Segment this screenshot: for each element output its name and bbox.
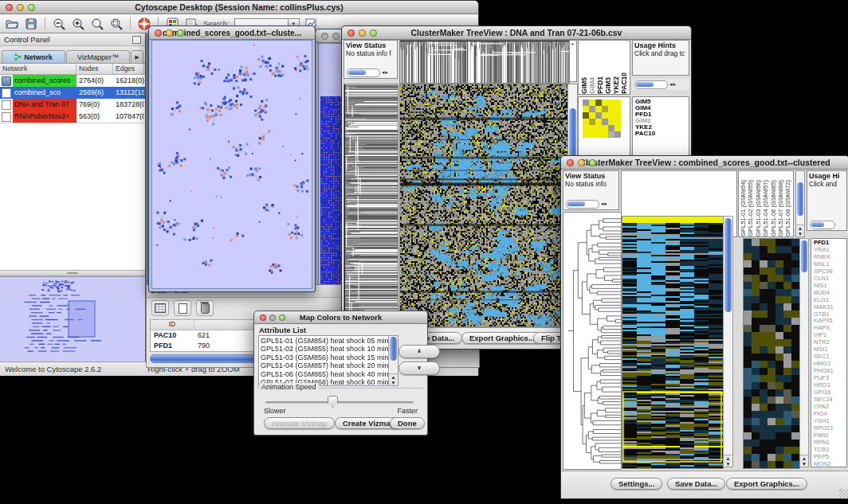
tv2-settings-button[interactable]: Settings... <box>610 478 662 490</box>
matrix-cell[interactable] <box>602 112 608 119</box>
matrix-cell[interactable] <box>614 112 621 119</box>
matrix-cell[interactable] <box>583 100 589 106</box>
birds-eye-view[interactable] <box>0 276 145 361</box>
scroll-up-icon[interactable]: ▲ <box>391 374 395 380</box>
attribute-list-item[interactable]: GPL51-03 (GSM856) heat shock 15 min <box>261 354 396 361</box>
matrix-cell[interactable] <box>608 106 614 112</box>
scroll-down-icon[interactable]: ▼ <box>798 231 803 236</box>
matrix-cell[interactable] <box>583 106 589 112</box>
col-network[interactable]: Network <box>0 64 77 74</box>
move-up-button[interactable]: ∧ <box>398 345 440 358</box>
scroll-up-icon[interactable]: ▲ <box>798 225 803 231</box>
tab-vizmapper[interactable]: VizMapper™ <box>66 50 130 63</box>
birds-eye-canvas[interactable] <box>0 277 143 361</box>
tv2-column-labels[interactable]: GPL51-01 (GSM854)GPL51-02 (GSM855)GPL51-… <box>738 170 794 237</box>
zoom-window-icon[interactable] <box>279 315 285 321</box>
matrix-cell[interactable] <box>602 106 608 112</box>
matrix-cell[interactable] <box>589 106 595 112</box>
matrix-cell[interactable] <box>595 106 602 112</box>
treeview2-titlebar[interactable]: ClusterMaker TreeView : combined_scores_… <box>561 156 848 170</box>
matrix-cell[interactable] <box>608 100 614 106</box>
matrix-cell[interactable] <box>589 131 595 138</box>
close-icon[interactable] <box>155 29 162 37</box>
tv1-splitter-strip[interactable]: ▸ <box>569 40 577 82</box>
matrix-cell[interactable] <box>583 125 589 131</box>
matrix-cell[interactable] <box>595 112 602 119</box>
save-session-icon[interactable] <box>24 17 38 30</box>
network1-titlebar[interactable]: combined_scores_good.txt--cluste... <box>149 26 315 40</box>
minimize-icon[interactable] <box>359 29 366 37</box>
zoom-window-icon[interactable] <box>177 29 184 37</box>
scroll-down-icon[interactable]: ▼ <box>391 380 395 385</box>
close-icon[interactable] <box>6 4 13 11</box>
minimize-icon[interactable] <box>578 159 585 166</box>
zoom-window-icon[interactable] <box>28 4 35 11</box>
matrix-cell[interactable] <box>589 125 595 131</box>
matrix-cell[interactable] <box>608 125 614 131</box>
matrix-cell[interactable] <box>614 100 621 106</box>
tab-network[interactable]: Network <box>2 50 65 63</box>
col-id[interactable]: ID <box>151 320 194 330</box>
tv1-heatmap[interactable] <box>399 84 568 327</box>
matrix-cell[interactable] <box>614 106 621 112</box>
animate-vizmap-button[interactable]: Animate Vizmap <box>264 417 335 429</box>
float-panel-icon[interactable] <box>132 36 141 44</box>
resize-grip[interactable] <box>839 489 848 498</box>
new-attribute-icon[interactable] <box>174 300 191 316</box>
matrix-cell[interactable] <box>614 119 621 125</box>
minimize-icon[interactable] <box>166 29 173 37</box>
zoom-out-icon[interactable] <box>52 17 66 30</box>
delete-attribute-icon[interactable] <box>196 300 214 316</box>
attribute-list-item[interactable]: GPL51-04 (GSM857) heat shock 20 min <box>261 361 396 369</box>
scroll-right-icon[interactable]: ▸ <box>673 81 677 87</box>
scroll-up-icon[interactable]: ▲ <box>725 455 730 461</box>
zoom-window-icon[interactable] <box>589 159 596 166</box>
panel-splitter[interactable] <box>0 270 145 276</box>
speed-slider-thumb[interactable] <box>328 396 338 408</box>
network-table-row[interactable]: DNA and Tran 07 769(0) 183728(0) <box>0 99 145 111</box>
close-icon[interactable] <box>567 159 574 166</box>
scroll-down-icon[interactable]: ▼ <box>725 461 730 467</box>
tv2-usage-scrollbar[interactable] <box>810 221 835 229</box>
matrix-cell[interactable] <box>595 100 602 106</box>
network-table-row[interactable]: combined_sco 2569(6) 13112(15) <box>0 87 145 99</box>
zoom-selected-icon[interactable] <box>90 17 104 30</box>
dialog-titlebar[interactable]: Map Colors to Network <box>254 311 427 324</box>
speed-slider-track[interactable] <box>265 401 414 404</box>
tv2-status-scrollbar[interactable]: ◂▸ <box>566 200 608 208</box>
col-edges[interactable]: Edges <box>113 64 144 74</box>
main-titlebar[interactable]: Cytoscape Desktop (Session Name: collins… <box>0 1 478 14</box>
tv1-zoom-matrix[interactable] <box>583 100 621 138</box>
matrix-cell[interactable] <box>614 131 621 138</box>
network-table-row[interactable]: combined_scores 2764(0) 16218(0) <box>0 75 145 87</box>
matrix-cell[interactable] <box>602 100 608 106</box>
tv2-save-data-button[interactable]: Save Data... <box>667 478 725 490</box>
matrix-cell[interactable] <box>595 131 602 138</box>
network-canvas[interactable] <box>152 41 312 288</box>
tv1-status-scrollbar[interactable]: ◂▸ <box>347 68 389 76</box>
matrix-cell[interactable] <box>589 119 595 125</box>
network1-canvas-area[interactable] <box>151 40 312 289</box>
scroll-right-icon[interactable]: ▸ <box>605 201 609 206</box>
zoom-in-icon[interactable] <box>71 17 85 30</box>
matrix-cell[interactable] <box>602 119 608 125</box>
tv2-global-heatmap[interactable] <box>622 216 724 469</box>
matrix-cell[interactable] <box>614 125 621 131</box>
tv2-collabel-vscrollbar[interactable]: ▲▼ <box>795 170 805 237</box>
close-icon[interactable] <box>347 29 355 37</box>
matrix-cell[interactable] <box>589 112 595 119</box>
matrix-cell[interactable] <box>583 119 589 125</box>
attribute-list-item[interactable]: GPL51-02 (GSM855) heat shock 10 min <box>261 345 396 353</box>
close-icon[interactable] <box>321 33 328 40</box>
matrix-cell[interactable] <box>595 125 602 131</box>
tv2-row-dendrogram[interactable] <box>563 212 622 470</box>
attribute-list-item[interactable]: GPL51-01 (GSM854) heat shock 05 min <box>261 337 396 345</box>
done-button[interactable]: Done <box>390 417 425 429</box>
tv2-export-graphics-button[interactable]: Export Graphics... <box>726 478 807 490</box>
tv1-column-labels[interactable]: GIM5GIM4PFD1GIM3YKE2PAC10 <box>578 40 630 95</box>
matrix-cell[interactable] <box>589 100 595 106</box>
matrix-cell[interactable] <box>583 112 589 119</box>
matrix-cell[interactable] <box>608 131 614 138</box>
minimize-icon[interactable] <box>17 4 24 11</box>
zoom-fit-icon[interactable] <box>109 17 124 30</box>
